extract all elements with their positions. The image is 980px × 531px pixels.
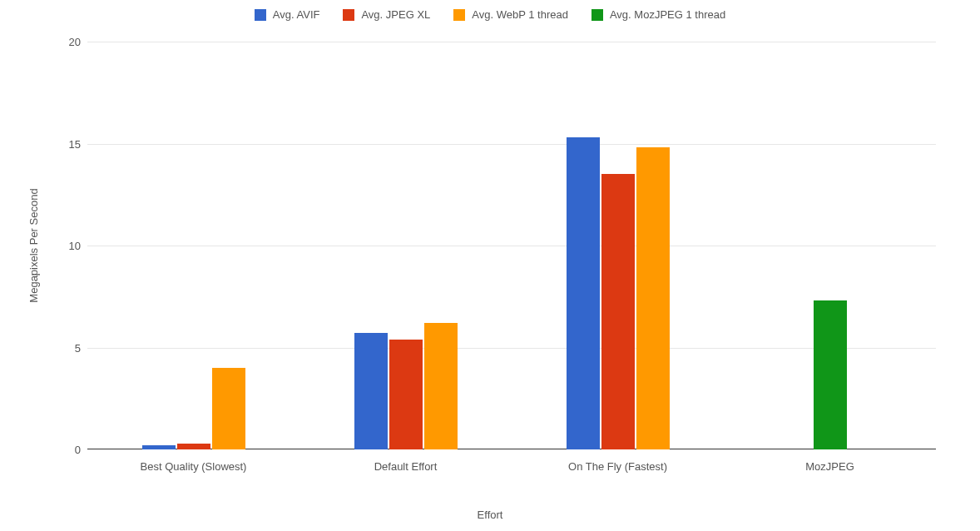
x-tick-label: MozJPEG — [805, 460, 854, 473]
legend-item: Avg. MozJPEG 1 thread — [591, 8, 725, 21]
bar — [567, 137, 600, 449]
bar — [142, 445, 176, 449]
gridline — [87, 348, 936, 349]
y-tick-label: 0 — [61, 444, 81, 456]
y-tick-label: 10 — [61, 240, 81, 252]
x-tick-label: On The Fly (Fastest) — [568, 460, 667, 473]
x-tick-label: Default Effort — [374, 460, 438, 473]
x-axis-title: Effort — [478, 509, 503, 521]
chart-container: Avg. AVIFAvg. JPEG XLAvg. WebP 1 threadA… — [0, 0, 980, 531]
legend-label: Avg. AVIF — [273, 8, 320, 21]
y-tick-label: 5 — [61, 341, 81, 354]
bar — [354, 333, 388, 449]
legend-swatch — [343, 9, 354, 21]
legend-item: Avg. JPEG XL — [343, 8, 430, 21]
y-axis-title: Megapixels Per Second — [27, 188, 40, 302]
legend-label: Avg. JPEG XL — [361, 8, 430, 21]
bar — [601, 174, 635, 449]
bar — [389, 340, 423, 449]
legend-swatch — [453, 9, 465, 21]
gridline — [87, 144, 936, 145]
legend-swatch — [591, 9, 603, 21]
bar — [177, 444, 210, 449]
plot-area: 05101520Best Quality (Slowest)Default Ef… — [87, 42, 936, 449]
legend-label: Avg. WebP 1 thread — [472, 8, 568, 21]
x-tick-label: Best Quality (Slowest) — [141, 460, 247, 473]
legend-label: Avg. MozJPEG 1 thread — [610, 8, 725, 21]
gridline — [87, 246, 936, 246]
legend-swatch — [255, 9, 266, 21]
legend-item: Avg. WebP 1 thread — [453, 8, 568, 21]
y-tick-label: 20 — [61, 36, 81, 48]
legend-item: Avg. AVIF — [255, 8, 320, 21]
legend: Avg. AVIFAvg. JPEG XLAvg. WebP 1 threadA… — [0, 8, 980, 21]
gridline — [87, 42, 936, 42]
bar — [424, 323, 458, 449]
bar — [814, 300, 847, 449]
bar — [636, 147, 670, 449]
y-tick-label: 15 — [61, 137, 81, 150]
bar — [212, 368, 245, 449]
